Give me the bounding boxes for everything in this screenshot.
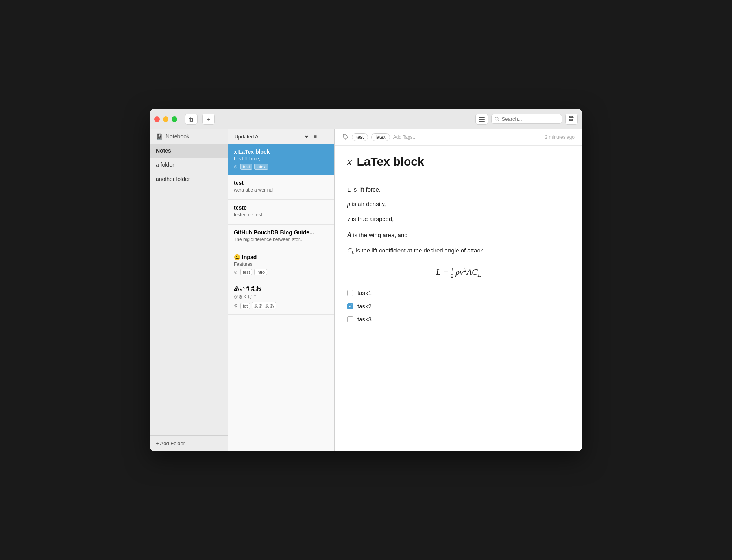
notebook-icon: 📓 — [156, 133, 163, 140]
tag-icon — [342, 134, 349, 141]
add-note-button[interactable]: + — [202, 114, 215, 125]
add-folder-button[interactable]: + Add Folder — [150, 435, 228, 451]
latex-x-icon: x — [347, 155, 352, 168]
note-item-test[interactable]: test wera abc a wer null — [228, 175, 334, 200]
note-tag[interactable]: ああ_ああ — [252, 302, 276, 309]
notes-scroll[interactable]: x LaTex block L is lift force, ⚙ test la… — [228, 144, 334, 451]
svg-rect-7 — [569, 119, 571, 121]
task-list: task1 task2 task3 — [347, 288, 570, 324]
tag-pill-latex[interactable]: latex — [371, 133, 390, 141]
grid-view-button[interactable] — [565, 114, 578, 125]
note-tag[interactable]: tet — [240, 303, 250, 309]
list-view-icon[interactable]: ≡ — [312, 133, 318, 140]
note-item-github[interactable]: GitHub PouchDB Blog Guide... The big dif… — [228, 225, 334, 249]
note-tag[interactable]: intro — [254, 269, 267, 275]
note-preview: wera abc a wer null — [234, 187, 329, 193]
tag-pill-test[interactable]: test — [352, 133, 368, 141]
note-preview: testee ee test — [234, 212, 329, 217]
sidebar-item-folder1[interactable]: a folder — [150, 158, 228, 172]
sidebar-item-folder2[interactable]: another folder — [150, 172, 228, 186]
note-preview: The big difference between stor... — [234, 237, 329, 242]
version-icon: ⚙ — [234, 270, 238, 275]
note-title: あいうえお — [234, 285, 329, 292]
svg-rect-5 — [569, 116, 571, 118]
note-preview: L is lift force, — [234, 156, 329, 162]
note-item-inpad[interactable]: 😀 Inpad Features ⚙ test intro — [228, 249, 334, 280]
svg-rect-6 — [571, 116, 573, 118]
note-title: x LaTex block — [234, 149, 329, 155]
note-title: 😀 Inpad — [234, 254, 329, 260]
sidebar-notebook-label: Notebook — [166, 133, 189, 140]
note-tags: ⚙ test latex — [234, 164, 329, 170]
note-title: teste — [234, 204, 329, 211]
note-item-teste[interactable]: teste testee ee test — [228, 200, 334, 225]
svg-rect-2 — [479, 121, 485, 122]
titlebar-right — [475, 114, 578, 125]
traffic-lights — [154, 116, 177, 122]
note-title: test — [234, 180, 329, 186]
note-item-latex-block[interactable]: x LaTex block L is lift force, ⚙ test la… — [228, 144, 334, 175]
editor-title-text: LaTex block — [357, 155, 424, 168]
task-label-3: task3 — [357, 314, 372, 324]
sort-select[interactable]: Updated At — [233, 133, 310, 140]
note-tags: ⚙ test intro — [234, 269, 329, 275]
content-line-4: A is the wing area, and — [347, 229, 570, 241]
content-line-5: CL is the lift coefficient at the desire… — [347, 245, 570, 257]
task-label-1: task1 — [357, 288, 372, 298]
sidebar-item-notebook[interactable]: 📓 Notebook — [150, 129, 228, 144]
add-tags-button[interactable]: Add Tags... — [393, 134, 417, 140]
main-content: 📓 Notebook Notes a folder another folder… — [150, 129, 582, 451]
svg-rect-0 — [479, 117, 485, 118]
content-line-1: L is lift force, — [347, 184, 570, 195]
task-checkbox-2[interactable] — [347, 303, 353, 309]
task-checkbox-3[interactable] — [347, 316, 353, 322]
math-formula: L = 1 2 ρv2ACL — [347, 265, 570, 280]
editor-title: x LaTex block — [347, 155, 570, 175]
content-line-2: ρ is air density, — [347, 199, 570, 210]
note-preview: かきくけこ — [234, 293, 329, 300]
search-icon — [495, 116, 499, 122]
sort-direction-icon[interactable]: ⋮ — [321, 133, 329, 140]
close-button[interactable] — [154, 116, 160, 122]
sidebar-spacer — [150, 186, 228, 435]
svg-rect-8 — [571, 119, 573, 121]
note-preview: Features — [234, 262, 329, 267]
minimize-button[interactable] — [163, 116, 168, 122]
titlebar: 🗑 + — [150, 109, 582, 129]
svg-line-4 — [498, 120, 499, 121]
sidebar-item-notes[interactable]: Notes — [150, 144, 228, 158]
sidebar: 📓 Notebook Notes a folder another folder… — [150, 129, 228, 451]
notes-list-header: Updated At ≡ ⋮ — [228, 129, 334, 144]
view-toggle-button[interactable] — [475, 114, 488, 125]
version-icon: ⚙ — [234, 164, 238, 169]
note-tag[interactable]: latex — [254, 164, 268, 170]
task-item-2[interactable]: task2 — [347, 301, 570, 311]
note-title: GitHub PouchDB Blog Guide... — [234, 229, 329, 236]
task-checkbox-1[interactable] — [347, 290, 353, 296]
note-item-japanese[interactable]: あいうえお かきくけこ ⚙ tet ああ_ああ — [228, 280, 334, 315]
editor-body: L is lift force, ρ is air density, v is … — [347, 184, 570, 324]
task-item-3[interactable]: task3 — [347, 314, 570, 324]
task-item-1[interactable]: task1 — [347, 288, 570, 298]
editor: test latex Add Tags... 2 minutes ago x L… — [335, 129, 582, 451]
grid-icon — [569, 116, 574, 122]
sidebar-folder1-label: a folder — [156, 162, 174, 168]
editor-content[interactable]: x LaTex block L is lift force, ρ is air … — [335, 146, 582, 451]
editor-timestamp: 2 minutes ago — [545, 134, 575, 140]
search-input[interactable] — [502, 116, 558, 122]
note-tag[interactable]: test — [240, 164, 252, 170]
app-window: 🗑 + — [150, 109, 582, 451]
search-box[interactable] — [491, 114, 562, 124]
delete-button[interactable]: 🗑 — [185, 114, 198, 125]
sidebar-folder2-label: another folder — [156, 176, 190, 182]
note-tag[interactable]: test — [240, 269, 252, 275]
version-icon: ⚙ — [234, 303, 238, 308]
maximize-button[interactable] — [172, 116, 177, 122]
sidebar-notes-label: Notes — [156, 147, 171, 154]
notes-list: Updated At ≡ ⋮ x LaTex block L is lift f… — [228, 129, 335, 451]
svg-rect-1 — [479, 119, 485, 120]
content-line-3: v is true airspeed, — [347, 214, 570, 225]
svg-point-10 — [344, 135, 345, 136]
editor-toolbar: test latex Add Tags... 2 minutes ago — [335, 129, 582, 146]
note-tags: ⚙ tet ああ_ああ — [234, 302, 329, 309]
